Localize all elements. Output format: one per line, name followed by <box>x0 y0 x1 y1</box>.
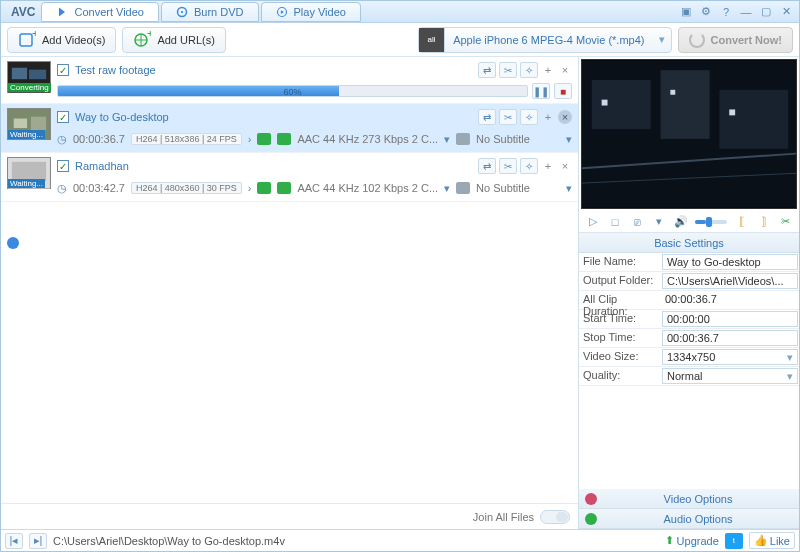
remove-icon[interactable]: × <box>558 110 572 124</box>
join-toggle[interactable] <box>540 510 570 524</box>
profile-label: Apple iPhone 6 MPEG-4 Movie (*.mp4) <box>445 34 652 46</box>
start-time-field[interactable]: 00:00:00 <box>662 311 798 327</box>
volume-icon[interactable]: 🔊 <box>673 214 689 230</box>
setting-label: File Name: <box>579 253 661 271</box>
filename-field[interactable]: Way to Go-desktop <box>662 254 798 270</box>
setting-label: All Clip Duration: <box>579 291 661 309</box>
facebook-like-button[interactable]: 👍 Like <box>749 532 795 549</box>
basic-settings-header[interactable]: Basic Settings <box>579 233 799 253</box>
remove-icon[interactable]: × <box>558 159 572 173</box>
add-videos-button[interactable]: + Add Video(s) <box>7 27 116 53</box>
wand-icon[interactable]: ✧ <box>520 109 538 125</box>
twitter-button[interactable]: t <box>725 533 743 549</box>
chevron-right-icon[interactable]: › <box>248 182 252 194</box>
scissors-icon[interactable]: ✂ <box>777 214 793 230</box>
checkbox[interactable]: ✓ <box>57 111 69 123</box>
clock-icon: ◷ <box>57 182 67 195</box>
quality-select[interactable]: Normal▾ <box>662 368 798 384</box>
dropdown-icon[interactable]: ▾ <box>566 182 572 195</box>
scissors-icon[interactable]: ✂ <box>499 109 517 125</box>
checkbox[interactable]: ✓ <box>57 160 69 172</box>
dropdown-icon[interactable]: ▾ <box>444 182 450 195</box>
pause-button[interactable]: ❚❚ <box>532 83 550 99</box>
svg-rect-11 <box>14 119 27 129</box>
dropdown-icon[interactable]: ▾ <box>444 133 450 146</box>
scissors-icon[interactable]: ✂ <box>499 62 517 78</box>
dropdown-icon[interactable]: ▾ <box>566 133 572 146</box>
svg-point-1 <box>181 10 183 12</box>
svg-rect-3 <box>20 34 32 46</box>
chevron-right-icon[interactable]: › <box>248 133 252 145</box>
svg-rect-23 <box>729 109 735 115</box>
swap-icon[interactable]: ⇄ <box>478 158 496 174</box>
output-profile-button[interactable]: all Apple iPhone 6 MPEG-4 Movie (*.mp4) … <box>418 27 671 53</box>
play-button[interactable]: ▷ <box>585 214 601 230</box>
audio-options-header[interactable]: Audio Options <box>579 509 799 529</box>
convert-now-button[interactable]: Convert Now! <box>678 27 794 53</box>
svg-rect-9 <box>29 70 46 80</box>
tab-play-video[interactable]: Play Video <box>261 2 361 22</box>
next-file-button[interactable]: ▸| <box>29 533 47 549</box>
stop-button[interactable]: ■ <box>554 83 572 99</box>
video-preview[interactable] <box>581 59 797 209</box>
queue-item[interactable]: Converting ✓ Test raw footage ⇄ ✂ ✧ + × <box>1 57 578 104</box>
file-path: C:\Users\Ariel\Desktop\Way to Go-desktop… <box>53 535 285 547</box>
close-button[interactable]: ✕ <box>777 4 795 20</box>
subtitle-info: No Subtitle <box>476 182 530 194</box>
add-urls-button[interactable]: + Add URL(s) <box>122 27 225 53</box>
gear-icon[interactable]: ⚙ <box>697 4 715 20</box>
remove-icon[interactable]: × <box>558 63 572 77</box>
svg-text:+: + <box>147 31 151 39</box>
plus-icon[interactable]: + <box>541 159 555 173</box>
maximize-button[interactable]: ▢ <box>757 4 775 20</box>
video-size-select[interactable]: 1334x750▾ <box>662 349 798 365</box>
help-icon[interactable]: ? <box>717 4 735 20</box>
join-files-row: Join All Files <box>1 503 578 529</box>
prev-file-button[interactable]: |◂ <box>5 533 23 549</box>
preview-panel: ▷ □ ⎚ ▾ 🔊 ⟦ ⟧ ✂ Basic Settings File Name… <box>579 57 799 529</box>
section-title: Video Options <box>603 493 793 505</box>
output-folder-field[interactable]: C:\Users\Ariel\Videos\... <box>662 273 798 289</box>
tab-convert-video[interactable]: Convert Video <box>41 2 159 22</box>
section-title: Basic Settings <box>654 237 724 249</box>
chevron-down-icon[interactable]: ▾ <box>653 33 671 46</box>
snapshot-button[interactable]: ⎚ <box>629 214 645 230</box>
up-arrow-icon: ⬆ <box>665 534 674 547</box>
globe-plus-icon: + <box>133 31 151 49</box>
video-track-icon <box>257 133 271 145</box>
queue-item[interactable]: Waiting... ✓ Way to Go-desktop ⇄ ✂ ✧ + × <box>1 104 578 153</box>
stop-button[interactable]: □ <box>607 214 623 230</box>
wand-icon[interactable]: ✧ <box>520 158 538 174</box>
progress-bar: 60% <box>57 85 528 97</box>
volume-slider[interactable] <box>695 220 727 224</box>
dropdown-icon[interactable]: ▾ <box>651 214 667 230</box>
mark-in-icon[interactable]: ⟦ <box>733 214 749 230</box>
item-title: Ramadhan <box>75 160 129 172</box>
item-title: Way to Go-desktop <box>75 111 169 123</box>
plus-icon[interactable]: + <box>541 110 555 124</box>
mark-out-icon[interactable]: ⟧ <box>755 214 771 230</box>
audio-info: AAC 44 KHz 102 Kbps 2 C... <box>297 182 438 194</box>
setting-label: Quality: <box>579 367 661 385</box>
svg-rect-21 <box>602 100 608 106</box>
plus-icon[interactable]: + <box>541 63 555 77</box>
upgrade-link[interactable]: ⬆ Upgrade <box>665 534 719 547</box>
wand-icon[interactable]: ✧ <box>520 62 538 78</box>
setting-label: Video Size: <box>579 348 661 366</box>
button-label: Convert Now! <box>711 34 783 46</box>
item-title: Test raw footage <box>75 64 156 76</box>
scissors-icon[interactable]: ✂ <box>499 158 517 174</box>
swap-icon[interactable]: ⇄ <box>478 62 496 78</box>
video-options-header[interactable]: Video Options <box>579 489 799 509</box>
settings-icon[interactable]: ▣ <box>677 4 695 20</box>
status-bar: |◂ ▸| C:\Users\Ariel\Desktop\Way to Go-d… <box>1 529 799 551</box>
minimize-button[interactable]: — <box>737 4 755 20</box>
tab-burn-dvd[interactable]: Burn DVD <box>161 2 259 22</box>
stop-time-field[interactable]: 00:00:36.7 <box>662 330 798 346</box>
settings-table: File Name:Way to Go-desktop Output Folde… <box>579 253 799 386</box>
swap-icon[interactable]: ⇄ <box>478 109 496 125</box>
queue-item[interactable]: Waiting... ✓ Ramadhan ⇄ ✂ ✧ + × <box>1 153 578 202</box>
svg-rect-17 <box>661 70 710 139</box>
checkbox[interactable]: ✓ <box>57 64 69 76</box>
section-title: Audio Options <box>603 513 793 525</box>
